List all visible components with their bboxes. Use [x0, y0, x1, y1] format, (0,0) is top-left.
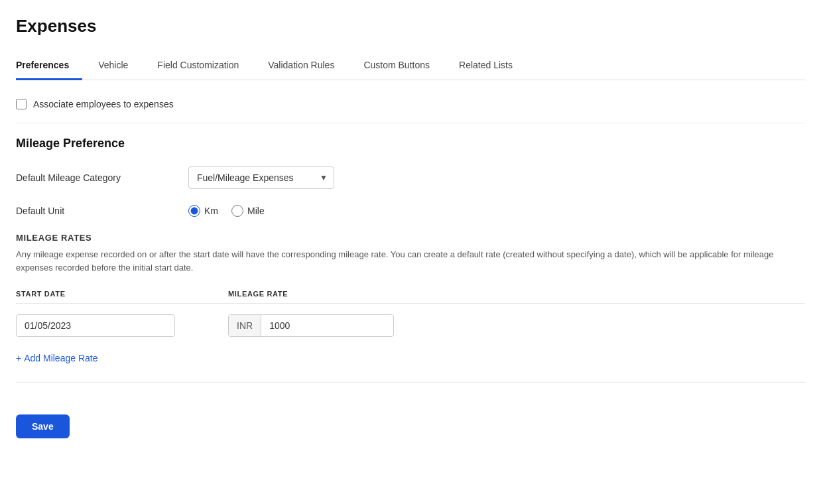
page-title: Expenses [16, 16, 805, 36]
unit-mile-label: Mile [247, 206, 265, 216]
default-mileage-category-control: Fuel/Mileage Expenses Travel Expenses Ot… [188, 166, 520, 189]
mileage-category-select-wrapper: Fuel/Mileage Expenses Travel Expenses Ot… [188, 166, 334, 189]
tabs-navigation: Preferences Vehicle Field Customization … [16, 52, 805, 80]
associate-employees-checkbox[interactable] [16, 99, 27, 109]
save-button[interactable]: Save [16, 414, 70, 438]
default-unit-control: Km Mile [188, 205, 520, 217]
add-mileage-rate-label: Add Mileage Rate [24, 353, 97, 363]
default-mileage-category-row: Default Mileage Category Fuel/Mileage Ex… [16, 166, 805, 189]
mileage-rates-description: Any mileage expense recorded on or after… [16, 248, 805, 274]
mileage-rates-title: MILEAGE RATES [16, 233, 805, 243]
divider-1 [16, 123, 805, 123]
mileage-category-select[interactable]: Fuel/Mileage Expenses Travel Expenses Ot… [188, 166, 334, 189]
tab-vehicle[interactable]: Vehicle [98, 53, 141, 80]
tab-related-lists[interactable]: Related Lists [459, 53, 526, 80]
associate-employees-row: Associate employees to expenses [16, 99, 805, 109]
default-mileage-category-label: Default Mileage Category [16, 172, 188, 183]
add-mileage-rate-link[interactable]: + Add Mileage Rate [16, 353, 97, 363]
unit-mile-radio[interactable] [231, 205, 243, 217]
plus-icon: + [16, 353, 21, 363]
associate-employees-label[interactable]: Associate employees to expenses [33, 99, 174, 109]
start-date-input[interactable] [16, 314, 175, 337]
currency-badge: INR [229, 315, 261, 336]
mileage-preference-section: Mileage Preference Default Mileage Categ… [16, 137, 805, 217]
tab-validation-rules[interactable]: Validation Rules [268, 53, 347, 80]
mileage-rate-column-header: MILEAGE RATE [228, 290, 805, 298]
divider-2 [16, 382, 805, 383]
default-unit-label: Default Unit [16, 206, 188, 216]
rates-table-header: START DATE MILEAGE RATE [16, 284, 805, 304]
rate-row-1: INR [16, 314, 805, 337]
unit-km-label: Km [204, 206, 218, 216]
tab-preferences[interactable]: Preferences [16, 53, 82, 80]
mileage-rate-input[interactable] [261, 315, 367, 336]
mileage-rates-section: MILEAGE RATES Any mileage expense record… [16, 233, 805, 363]
unit-km-option[interactable]: Km [188, 205, 218, 217]
tab-custom-buttons[interactable]: Custom Buttons [363, 53, 443, 80]
default-unit-row: Default Unit Km Mile [16, 205, 805, 217]
mileage-rate-input-group: INR [228, 314, 394, 337]
mileage-section-title: Mileage Preference [16, 137, 805, 151]
start-date-column-header: START DATE [16, 290, 228, 298]
unit-km-radio[interactable] [188, 205, 200, 217]
tab-field-customization[interactable]: Field Customization [157, 53, 252, 80]
unit-mile-option[interactable]: Mile [231, 205, 265, 217]
unit-radio-group: Km Mile [188, 205, 520, 217]
